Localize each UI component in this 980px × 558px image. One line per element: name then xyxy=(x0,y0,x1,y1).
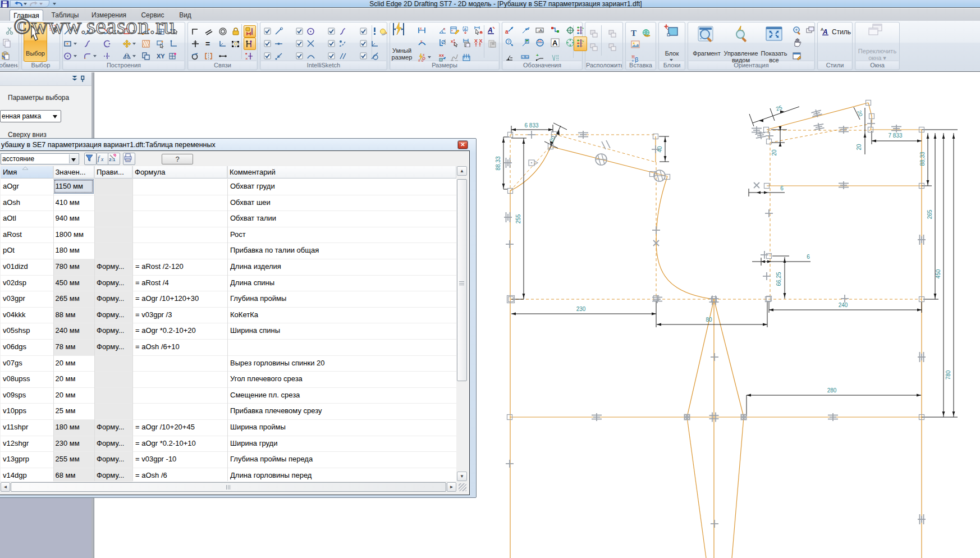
svg-text:20: 20 xyxy=(856,144,862,150)
svg-text:x: x xyxy=(480,31,482,35)
svg-text:88,33: 88,33 xyxy=(919,152,926,166)
svg-text:x: x xyxy=(420,26,422,30)
svg-text:x: x xyxy=(420,39,423,43)
svg-text:β: β xyxy=(635,56,638,63)
svg-text:A: A xyxy=(487,26,493,34)
svg-text:230: 230 xyxy=(576,306,586,312)
svg-text:+: + xyxy=(526,40,528,43)
svg-text:240: 240 xyxy=(839,302,848,308)
svg-text:f: f xyxy=(98,154,100,162)
svg-text:66,25: 66,25 xyxy=(776,272,782,286)
svg-text:×: × xyxy=(245,56,248,61)
svg-text:265: 265 xyxy=(927,209,933,219)
svg-text:*: * xyxy=(451,29,453,33)
svg-text:=: = xyxy=(205,39,210,48)
svg-text:A1: A1 xyxy=(538,39,542,43)
svg-text:20: 20 xyxy=(856,109,864,117)
svg-text:280: 280 xyxy=(827,387,837,394)
svg-text:450: 450 xyxy=(935,269,941,278)
svg-text:255: 255 xyxy=(515,214,521,223)
svg-text:-A-: -A- xyxy=(538,28,544,33)
svg-text:780: 780 xyxy=(945,370,951,379)
svg-text:6 833: 6 833 xyxy=(524,122,538,129)
svg-text:x o: x o xyxy=(418,58,423,62)
svg-text:7 833: 7 833 xyxy=(888,132,902,139)
svg-text:xx: xx xyxy=(439,53,444,58)
svg-text:6: 6 xyxy=(780,185,784,191)
svg-text:+: + xyxy=(582,26,584,30)
svg-text:2:1: 2:1 xyxy=(109,157,116,162)
svg-text:+: + xyxy=(631,58,634,63)
svg-text:+: + xyxy=(582,39,584,43)
svg-text:x: x xyxy=(100,156,104,162)
svg-text:T: T xyxy=(631,29,636,37)
svg-text:88,33: 88,33 xyxy=(495,156,501,170)
svg-text:A: A xyxy=(464,27,467,32)
svg-text:xx: xx xyxy=(526,56,529,59)
svg-text:A: A xyxy=(552,39,558,47)
svg-text:20: 20 xyxy=(548,135,556,143)
svg-text:A: A xyxy=(822,28,828,35)
svg-text:6: 6 xyxy=(807,254,810,260)
svg-text:x: x xyxy=(423,53,425,57)
svg-text:x: x xyxy=(451,39,454,44)
svg-text:XY: XY xyxy=(157,53,165,60)
svg-text:80: 80 xyxy=(706,317,712,323)
svg-text:X X: X X xyxy=(474,38,483,44)
svg-text:a: a xyxy=(505,29,509,35)
svg-text:20: 20 xyxy=(771,149,777,156)
svg-text:x: x xyxy=(443,27,446,31)
svg-text:7: 7 xyxy=(507,40,510,44)
svg-text:+: + xyxy=(536,53,539,58)
